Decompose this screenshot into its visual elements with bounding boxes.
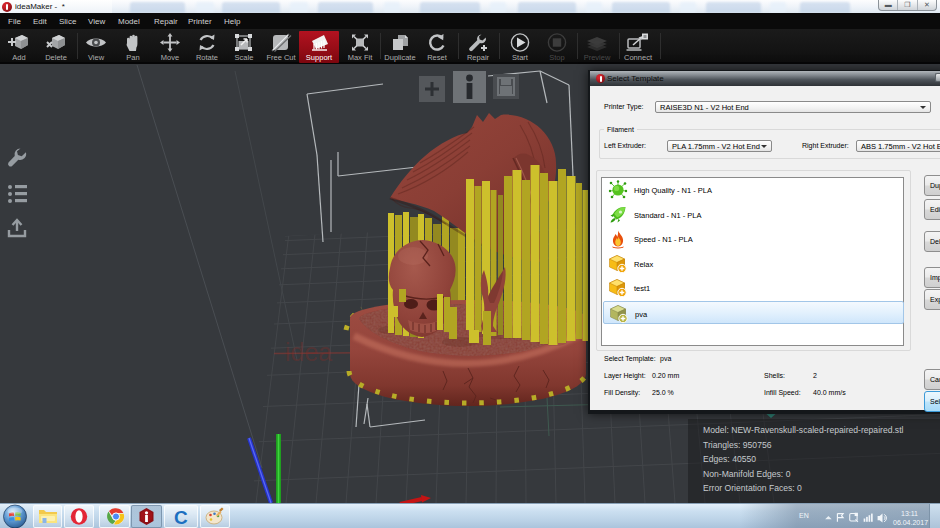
- svg-text:idea: idea: [285, 338, 332, 366]
- svg-text:C: C: [174, 507, 188, 528]
